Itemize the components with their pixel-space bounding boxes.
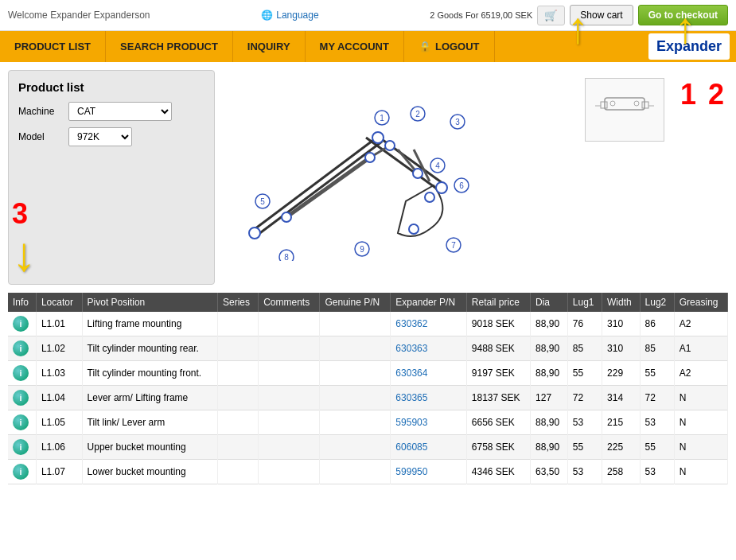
nav-inquiry[interactable]: INQUIRY <box>233 31 306 62</box>
cell-expander-pn[interactable]: 630362 <box>391 312 466 336</box>
diagram-svg: 1 2 3 4 5 6 7 8 <box>223 70 477 261</box>
table-row: i L1.03 Tilt cylinder mounting front. 63… <box>8 361 728 386</box>
svg-line-0 <box>255 134 382 229</box>
cell-comments <box>259 460 320 484</box>
cell-locator: L1.06 <box>36 435 82 460</box>
cell-info[interactable]: i <box>8 435 36 460</box>
cell-lug2: 72 <box>640 386 674 410</box>
nav-search-product[interactable]: SEARCH PRODUCT <box>106 31 233 62</box>
cell-lug1: 72 <box>567 386 602 410</box>
language-link[interactable]: 🌐 Language <box>261 10 318 21</box>
machine-row: Machine CAT Volvo Komatsu Liebherr <box>18 102 204 121</box>
col-width: Width <box>602 293 641 312</box>
svg-rect-37 <box>642 102 648 108</box>
cell-genuine <box>320 410 391 435</box>
thumbnail <box>585 78 664 142</box>
svg-point-9 <box>372 132 384 143</box>
svg-point-8 <box>249 228 260 239</box>
cart-icon-button[interactable]: 🛒 <box>537 6 565 25</box>
svg-point-40 <box>610 101 615 106</box>
col-comments: Comments <box>259 293 320 312</box>
cell-expander-pn[interactable]: 606085 <box>391 435 466 460</box>
svg-text:4: 4 <box>435 161 440 170</box>
cell-dia: 88,90 <box>531 361 568 386</box>
info-button[interactable]: i <box>13 316 29 332</box>
cell-genuine <box>320 460 391 484</box>
info-button[interactable]: i <box>13 439 29 455</box>
cell-info[interactable]: i <box>8 410 36 435</box>
col-lug2: Lug2 <box>640 293 674 312</box>
cell-dia: 88,90 <box>531 435 568 460</box>
svg-point-16 <box>385 141 395 150</box>
info-button[interactable]: i <box>13 390 29 406</box>
cell-expander-pn[interactable]: 599950 <box>391 460 466 484</box>
svg-text:9: 9 <box>360 245 364 254</box>
table-row: i L1.06 Upper bucket mounting 606085 675… <box>8 435 728 460</box>
cell-expander-pn[interactable]: 595903 <box>391 410 466 435</box>
cell-greasing: N <box>674 410 727 435</box>
machine-select[interactable]: CAT Volvo Komatsu Liebherr <box>68 102 172 121</box>
cell-comments <box>259 361 320 386</box>
info-button[interactable]: i <box>13 414 29 430</box>
cell-info[interactable]: i <box>8 361 36 386</box>
cell-genuine <box>320 361 391 386</box>
table-row: i L1.05 Tilt link/ Lever arm 595903 6656… <box>8 410 728 435</box>
cell-comments <box>259 386 320 410</box>
nav-product-list[interactable]: PRODUCT LIST <box>0 31 106 62</box>
cell-lug1: 76 <box>567 312 602 336</box>
cell-locator: L1.02 <box>36 336 82 361</box>
cell-lug2: 55 <box>640 361 674 386</box>
cell-comments <box>259 410 320 435</box>
cell-dia: 63,50 <box>531 460 568 484</box>
info-button[interactable]: i <box>13 464 29 480</box>
info-button[interactable]: i <box>13 365 29 381</box>
cart-count: 2 Goods For 6519,00 SEK <box>430 10 532 20</box>
svg-point-14 <box>425 192 434 202</box>
nav-my-account[interactable]: MY ACCOUNT <box>306 31 404 62</box>
table-header-row: Info Locator Pivot Position Series Comme… <box>8 293 728 312</box>
cell-width: 310 <box>602 312 641 336</box>
cell-expander-pn[interactable]: 630363 <box>391 336 466 361</box>
cell-series <box>218 312 259 336</box>
svg-rect-36 <box>601 102 607 108</box>
col-genuine: Genuine P/N <box>320 293 391 312</box>
svg-point-15 <box>409 224 419 234</box>
cell-info[interactable]: i <box>8 460 36 484</box>
cell-lug1: 55 <box>567 435 602 460</box>
table-row: i L1.02 Tilt cylinder mounting rear. 630… <box>8 336 728 361</box>
info-button[interactable]: i <box>13 340 29 356</box>
cell-series <box>218 336 259 361</box>
cell-width: 258 <box>602 460 641 484</box>
col-series: Series <box>218 293 259 312</box>
svg-text:5: 5 <box>260 197 265 206</box>
cell-pivot: Lower bucket mounting <box>82 460 217 484</box>
table-row: i L1.07 Lower bucket mounting 599950 434… <box>8 460 728 484</box>
cell-expander-pn[interactable]: 630365 <box>391 386 466 410</box>
cell-series <box>218 386 259 410</box>
nav-logout[interactable]: 🔒 LOGOUT <box>404 31 495 62</box>
cell-retail: 4346 SEK <box>466 460 530 484</box>
table-row: i L1.04 Lever arm/ Lifting frame 630365 … <box>8 386 728 410</box>
model-select[interactable]: 972K 980K 966K <box>68 127 132 146</box>
cell-locator: L1.07 <box>36 460 82 484</box>
col-expander: Expander P/N <box>391 293 466 312</box>
cell-info[interactable]: i <box>8 386 36 410</box>
col-dia: Dia <box>531 293 568 312</box>
cell-width: 215 <box>602 410 641 435</box>
cell-expander-pn[interactable]: 630364 <box>391 361 466 386</box>
cell-lug2: 86 <box>640 312 674 336</box>
annotation-3: 3 <box>12 197 36 231</box>
cell-dia: 88,90 <box>531 336 568 361</box>
cell-locator: L1.05 <box>36 410 82 435</box>
cell-info[interactable]: i <box>8 336 36 361</box>
cell-greasing: A2 <box>674 361 727 386</box>
svg-text:8: 8 <box>284 253 289 261</box>
col-locator: Locator <box>36 293 82 312</box>
cell-lug2: 55 <box>640 435 674 460</box>
thumbnail-svg <box>589 82 660 138</box>
svg-text:3: 3 <box>455 118 460 126</box>
cell-info[interactable]: i <box>8 312 36 336</box>
col-retail: Retail price <box>466 293 530 312</box>
annotation-1: 1 <box>680 78 696 111</box>
machine-label: Machine <box>18 106 62 117</box>
